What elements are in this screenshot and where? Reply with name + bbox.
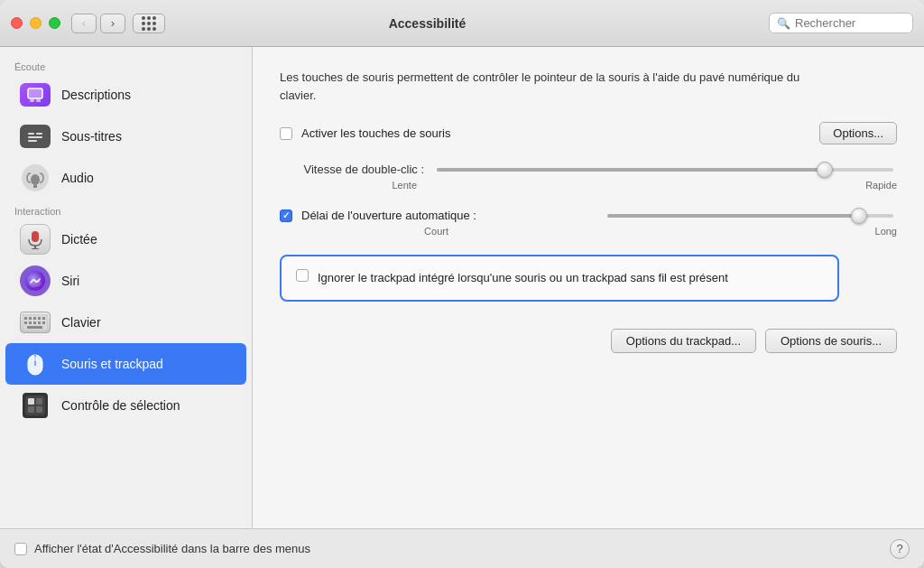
close-button[interactable] [11, 17, 23, 29]
sidebar-item-controle[interactable]: Contrôle de sélection [5, 385, 246, 426]
speed-slider-section: Vitesse de double-clic : Lente Rapide [280, 163, 897, 191]
mouse-options-button[interactable]: Options de souris... [765, 329, 897, 353]
search-input[interactable] [795, 16, 903, 30]
fullscreen-button[interactable] [49, 17, 60, 29]
delay-label: Délai de l'ouverture automatique : [301, 209, 595, 222]
svg-rect-35 [36, 398, 42, 405]
sidebar-item-clavier[interactable]: Clavier [5, 302, 246, 343]
sidebar: Écoute Descriptions [0, 47, 253, 528]
svg-rect-23 [24, 321, 27, 324]
svg-rect-5 [28, 133, 34, 135]
sidebar-item-label-souris: Souris et trackpad [61, 357, 163, 371]
sidebar-item-label-siri: Siri [61, 274, 79, 288]
options-button[interactable]: Options... [819, 122, 897, 144]
svg-rect-28 [27, 326, 42, 329]
sidebar-item-souris[interactable]: Souris et trackpad [5, 343, 246, 385]
svg-rect-34 [28, 398, 34, 405]
svg-point-10 [31, 174, 40, 185]
sidebar-item-label-dictee: Dictée [61, 232, 97, 247]
delay-row: Délai de l'ouverture automatique : [280, 209, 897, 222]
sidebar-item-sous-titres[interactable]: Sous-titres [5, 116, 246, 157]
description-text: Les touches de souris permettent de cont… [280, 69, 839, 104]
svg-rect-12 [32, 231, 39, 242]
activate-row: Activer les touches de souris Options... [280, 122, 897, 144]
delay-checkbox[interactable] [280, 210, 292, 222]
speed-label: Vitesse de double-clic : [280, 163, 424, 176]
audio-icon [20, 163, 51, 193]
souris-icon [20, 349, 51, 379]
sidebar-item-siri[interactable]: Siri [5, 260, 246, 302]
search-box[interactable]: 🔍 [769, 13, 913, 33]
category-ecoute: Écoute [0, 54, 252, 74]
delay-end-labels: Court Long [280, 226, 897, 237]
delay-label-left: Court [280, 226, 456, 237]
svg-rect-6 [36, 133, 42, 135]
svg-rect-19 [29, 317, 32, 320]
svg-rect-24 [29, 321, 32, 324]
sous-titres-icon [20, 121, 51, 152]
speed-slider[interactable] [433, 168, 897, 172]
ignore-label: Ignorer le trackpad intégré lorsqu'une s… [318, 269, 728, 287]
svg-rect-2 [30, 99, 34, 102]
sidebar-item-dictee[interactable]: Dictée [5, 219, 246, 260]
descriptions-icon [20, 79, 51, 110]
detail-panel: Les touches de souris permettent de cont… [253, 47, 924, 528]
svg-rect-3 [36, 99, 41, 102]
ignore-checkbox[interactable] [296, 269, 309, 282]
window-title: Accessibilité [86, 16, 769, 31]
sidebar-item-audio[interactable]: Audio [5, 157, 246, 199]
svg-rect-13 [34, 246, 36, 248]
sidebar-item-label-audio: Audio [61, 171, 94, 185]
delay-label-right: Long [456, 226, 897, 237]
bottom-buttons: Options du trackpad... Options de souris… [280, 329, 897, 353]
speed-label-right: Rapide [424, 180, 897, 191]
svg-rect-14 [32, 248, 39, 249]
svg-rect-37 [36, 406, 42, 413]
sidebar-item-label-clavier: Clavier [61, 315, 101, 330]
svg-rect-11 [33, 185, 37, 188]
trackpad-options-button[interactable]: Options du trackpad... [611, 329, 756, 353]
svg-rect-22 [42, 317, 45, 320]
category-interaction: Interaction [0, 199, 252, 219]
activate-checkbox[interactable] [280, 127, 292, 140]
controle-icon [20, 390, 51, 421]
titlebar: ‹ › Accessibilité 🔍 [0, 0, 924, 47]
svg-rect-7 [28, 136, 42, 138]
traffic-lights [11, 17, 60, 29]
search-icon: 🔍 [777, 17, 790, 30]
activate-label: Activer les touches de souris [301, 126, 810, 140]
footer-label: Afficher l'état d'Accessibilité dans la … [34, 542, 882, 555]
clavier-icon [20, 307, 51, 338]
delay-slider[interactable] [604, 214, 897, 218]
sidebar-item-label-controle: Contrôle de sélection [61, 398, 180, 413]
svg-rect-18 [24, 317, 27, 320]
svg-rect-21 [38, 317, 41, 320]
svg-rect-32 [32, 357, 38, 361]
sidebar-item-label-sous-titres: Sous-titres [61, 129, 122, 144]
svg-rect-8 [28, 140, 37, 142]
svg-rect-25 [33, 321, 36, 324]
svg-rect-27 [42, 321, 45, 324]
footer: Afficher l'état d'Accessibilité dans la … [0, 528, 924, 568]
ignore-box: Ignorer le trackpad intégré lorsqu'une s… [280, 255, 839, 302]
minimize-button[interactable] [30, 17, 42, 29]
svg-rect-20 [33, 317, 36, 320]
dictee-icon [20, 224, 51, 255]
speed-end-labels: Lente Rapide [280, 180, 897, 191]
sidebar-item-descriptions[interactable]: Descriptions [5, 74, 246, 116]
svg-rect-36 [28, 406, 34, 413]
help-button[interactable]: ? [890, 539, 910, 559]
sidebar-item-label-descriptions: Descriptions [61, 88, 131, 102]
speed-slider-row: Vitesse de double-clic : [280, 163, 897, 176]
delay-slider-section: Délai de l'ouverture automatique : Court… [280, 209, 897, 237]
siri-icon [20, 265, 51, 296]
footer-checkbox[interactable] [14, 543, 27, 555]
main-content: Écoute Descriptions [0, 47, 924, 528]
svg-rect-0 [28, 88, 42, 98]
speed-label-left: Lente [280, 180, 424, 191]
svg-rect-26 [38, 321, 41, 324]
